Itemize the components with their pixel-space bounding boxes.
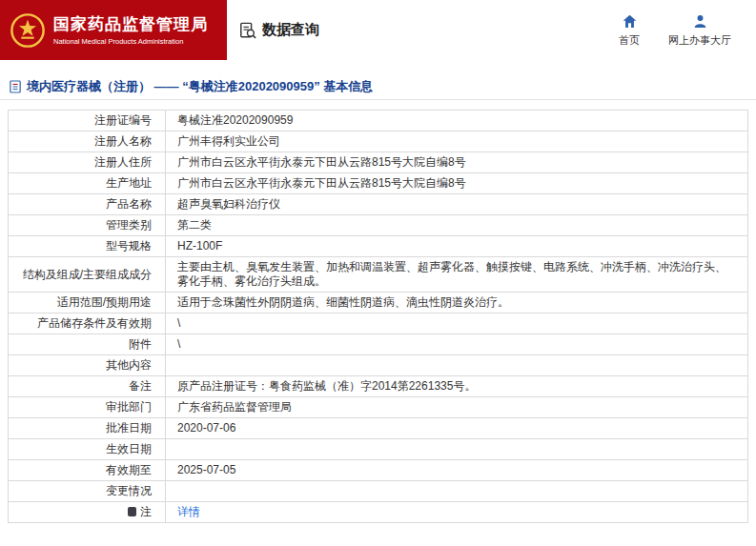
row-value: \ [166, 334, 748, 355]
row-value: 广州市白云区永平街永泰元下田从云路815号大院自编8号 [166, 152, 748, 173]
row-value: \ [166, 313, 748, 334]
table-row: 注详情 [9, 502, 748, 523]
row-label: 生产地址 [9, 173, 166, 194]
row-value: 适用于念珠菌性外阴阴道病、细菌性阴道病、滴虫性阴道炎治疗。 [166, 293, 748, 313]
table-row: 产品储存条件及有效期\ [9, 313, 748, 334]
row-value: 主要由主机、臭氧发生装置、加热和调温装置、超声雾化器、触摸按键、电路系统、冲洗手… [166, 257, 748, 293]
row-label: 注册证编号 [9, 111, 166, 131]
table-row: 注册人住所广州市白云区永平街永泰元下田从云路815号大院自编8号 [9, 152, 748, 173]
table-row: 附件\ [9, 334, 748, 355]
row-label: 管理类别 [9, 215, 166, 236]
row-label: 注册人名称 [9, 131, 166, 152]
nav-home[interactable]: 首页 [619, 13, 640, 48]
home-icon [622, 13, 638, 30]
row-value: 广州市白云区永平街永泰元下田从云路815号大院自编8号 [166, 173, 748, 194]
row-label: 生效日期 [9, 439, 166, 460]
row-label: 变更情况 [9, 481, 166, 502]
table-row: 适用范围/预期用途适用于念珠菌性外阴阴道病、细菌性阴道病、滴虫性阴道炎治疗。 [9, 293, 748, 313]
row-label: 其他内容 [9, 355, 166, 376]
nav-home-label: 首页 [619, 33, 640, 48]
table-row: 生效日期 [9, 439, 748, 460]
table-row: 型号规格HZ-100F [9, 236, 748, 257]
header: 国家药品监督管理局 National Medical Products Admi… [0, 0, 756, 60]
table-row: 审批部门广东省药品监督管理局 [9, 397, 748, 418]
row-label: 有效期至 [9, 460, 166, 481]
row-label: 结构及组成/主要组成成分 [9, 257, 166, 293]
row-value: 2020-07-06 [166, 418, 748, 439]
table-row: 产品名称超声臭氧妇科治疗仪 [9, 194, 748, 215]
row-value [166, 439, 748, 460]
detail-link[interactable]: 详情 [177, 505, 200, 518]
table-row: 生产地址广州市白云区永平街永泰元下田从云路815号大院自编8号 [9, 173, 748, 194]
data-query-heading: 数据查询 [239, 21, 319, 39]
row-value: 2025-07-05 [166, 460, 748, 481]
row-value: 超声臭氧妇科治疗仪 [166, 194, 748, 215]
row-value: HZ-100F [166, 236, 748, 257]
data-query-label: 数据查询 [262, 21, 319, 39]
page-title-bar: 境内医疗器械（注册） —— “粤械注准20202090959” 基本信息 [0, 74, 756, 100]
row-value: 广州丰得利实业公司 [166, 131, 748, 152]
person-icon [692, 13, 708, 30]
row-label: 审批部门 [9, 397, 166, 418]
agency-brand: 国家药品监督管理局 National Medical Products Admi… [0, 0, 227, 60]
row-value: 广东省药品监督管理局 [166, 397, 748, 418]
nav-service-hall-label: 网上办事大厅 [668, 33, 731, 48]
note-icon [128, 507, 136, 516]
row-value: 第二类 [166, 215, 748, 236]
agency-titles: 国家药品监督管理局 National Medical Products Admi… [53, 15, 208, 46]
table-row: 其他内容 [9, 355, 748, 376]
row-value [166, 481, 748, 502]
row-label: 批准日期 [9, 418, 166, 439]
table-row: 管理类别第二类 [9, 215, 748, 236]
table-row: 备注原产品注册证号：粤食药监械（准）字2014第2261335号。 [9, 376, 748, 397]
document-icon [10, 80, 21, 93]
row-value [166, 355, 748, 376]
header-nav: 首页 网上办事大厅 [619, 13, 756, 48]
page-title: 境内医疗器械（注册） —— “粤械注准20202090959” 基本信息 [27, 78, 373, 95]
row-label: 注 [9, 502, 166, 523]
agency-name-en: National Medical Products Administration [53, 37, 208, 46]
row-value: 粤械注准20202090959 [166, 111, 748, 131]
table-row: 变更情况 [9, 481, 748, 502]
row-value: 原产品注册证号：粤食药监械（准）字2014第2261335号。 [166, 376, 748, 397]
row-label: 产品名称 [9, 194, 166, 215]
row-label: 适用范围/预期用途 [9, 293, 166, 313]
row-value: 详情 [166, 502, 748, 523]
row-label: 备注 [9, 376, 166, 397]
agency-name: 国家药品监督管理局 [53, 15, 208, 34]
row-label: 注册人住所 [9, 152, 166, 173]
row-label: 产品储存条件及有效期 [9, 313, 166, 334]
row-label: 型号规格 [9, 236, 166, 257]
table-row: 结构及组成/主要组成成分主要由主机、臭氧发生装置、加热和调温装置、超声雾化器、触… [9, 257, 748, 293]
table-row: 批准日期2020-07-06 [9, 418, 748, 439]
nav-service-hall[interactable]: 网上办事大厅 [668, 13, 731, 48]
table-row: 有效期至2025-07-05 [9, 460, 748, 481]
table-row: 注册人名称广州丰得利实业公司 [9, 131, 748, 152]
national-emblem-icon [10, 12, 46, 49]
document-search-icon [239, 22, 256, 39]
row-label: 附件 [9, 334, 166, 355]
registration-info-table: 注册证编号粤械注准20202090959注册人名称广州丰得利实业公司注册人住所广… [8, 110, 748, 523]
table-row: 注册证编号粤械注准20202090959 [9, 111, 748, 131]
